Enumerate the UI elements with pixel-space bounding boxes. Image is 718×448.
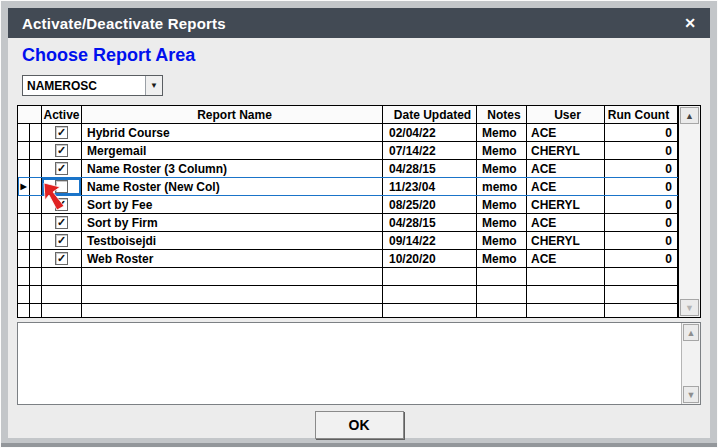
run-count-cell (605, 286, 678, 303)
empty-table-row[interactable] (18, 286, 700, 304)
row-indicator-cell (30, 304, 42, 318)
active-checkbox-unchecked[interactable] (55, 180, 68, 193)
user-cell: ACE (527, 214, 605, 231)
user-cell: ACE (527, 124, 605, 141)
user-cell (527, 286, 605, 303)
report-name-cell (82, 286, 383, 303)
screen: Activate/Deactivate Reports ✕ Choose Rep… (0, 0, 718, 448)
report-area-select[interactable]: NAMEROSC ▼ (22, 75, 163, 96)
row-selector-cell (18, 142, 30, 159)
window-title: Activate/Deactivate Reports (22, 15, 226, 32)
chevron-down-icon: ▼ (150, 81, 158, 90)
run-count-cell (605, 304, 678, 318)
close-button[interactable]: ✕ (684, 16, 696, 30)
row-indicator-cell (30, 142, 42, 159)
active-cell (42, 286, 82, 303)
active-cell: ✓ (42, 250, 82, 267)
notes-cell[interactable]: Memo (477, 142, 527, 159)
scroll-up-button[interactable]: ▲ (680, 107, 699, 124)
date-updated-cell (383, 268, 477, 285)
report-name-cell: Name Roster (3 Column) (82, 160, 383, 177)
grid-scrollbar[interactable]: ▲ ▼ (678, 106, 700, 317)
notes-cell[interactable]: Memo (477, 214, 527, 231)
report-name-cell: Sort by Fee (82, 196, 383, 213)
scroll-down-button[interactable]: ▼ (680, 299, 699, 316)
column-header-active: Active (42, 106, 82, 123)
row-indicator-cell (30, 160, 42, 177)
notes-cell[interactable]: Memo (477, 196, 527, 213)
run-count-cell: 0 (605, 160, 678, 177)
table-row[interactable]: ✓Name Roster (3 Column)04/28/15MemoACE0 (18, 160, 700, 178)
empty-table-row[interactable] (18, 304, 700, 318)
run-count-cell: 0 (605, 196, 678, 213)
table-row[interactable]: ✓Mergemail07/14/22MemoCHERYL0 (18, 142, 700, 160)
notes-cell (477, 304, 527, 318)
active-cell: ✓ (42, 214, 82, 231)
active-checkbox-checked[interactable]: ✓ (55, 162, 68, 175)
report-name-cell: Testboisejdi (82, 232, 383, 249)
notes-cell[interactable]: Memo (477, 250, 527, 267)
active-checkbox-checked[interactable]: ✓ (55, 252, 68, 265)
title-bar: Activate/Deactivate Reports ✕ (8, 8, 710, 38)
date-updated-cell (383, 304, 477, 318)
active-cell: ✓ (42, 196, 82, 213)
notes-cell[interactable]: Memo (477, 124, 527, 141)
table-row[interactable]: ✓Sort by Firm04/28/15MemoACE0 (18, 214, 700, 232)
reports-grid: Active Report Name Date Updated Notes Us… (17, 105, 701, 318)
active-checkbox-checked[interactable]: ✓ (55, 234, 68, 247)
active-checkbox-checked[interactable]: ✓ (55, 198, 68, 211)
user-cell: ACE (527, 250, 605, 267)
empty-table-row[interactable] (18, 268, 700, 286)
date-updated-cell: 02/04/22 (383, 124, 477, 141)
date-updated-cell (383, 286, 477, 303)
notes-cell[interactable]: Memo (477, 232, 527, 249)
report-area-value: NAMEROSC (23, 79, 145, 93)
memo-scrollbar[interactable]: ▲ ▼ (681, 323, 700, 404)
date-updated-cell: 07/14/22 (383, 142, 477, 159)
notes-cell (477, 286, 527, 303)
active-cell: ✓ (42, 124, 82, 141)
memo-scroll-up-button[interactable]: ▲ (683, 324, 699, 341)
active-checkbox-checked[interactable]: ✓ (55, 144, 68, 157)
row-selector-cell (18, 232, 30, 249)
column-header-run-count: Run Count (605, 106, 678, 123)
run-count-cell: 0 (605, 232, 678, 249)
run-count-cell: 0 (605, 214, 678, 231)
choose-report-area-heading: Choose Report Area (22, 45, 710, 66)
active-cell (42, 178, 82, 195)
report-name-cell: Hybrid Course (82, 124, 383, 141)
dialog-frame: Activate/Deactivate Reports ✕ Choose Rep… (1, 1, 717, 447)
dropdown-button[interactable]: ▼ (145, 76, 162, 95)
memo-scroll-down-icon: ▼ (687, 390, 696, 400)
report-name-cell: Web Roster (82, 250, 383, 267)
table-row[interactable]: ✓Sort by Fee08/25/20MemoCHERYL0 (18, 196, 700, 214)
active-cell (42, 304, 82, 318)
row-selector-cell (18, 196, 30, 213)
close-icon: ✕ (684, 15, 696, 31)
run-count-cell: 0 (605, 250, 678, 267)
footer: OK (8, 411, 710, 439)
notes-cell[interactable]: memo (477, 178, 527, 195)
activate-deactivate-reports-dialog: Activate/Deactivate Reports ✕ Choose Rep… (8, 8, 710, 438)
active-checkbox-checked[interactable]: ✓ (55, 216, 68, 229)
memo-box[interactable]: ▲ ▼ (17, 322, 701, 405)
notes-cell[interactable]: Memo (477, 160, 527, 177)
date-updated-cell: 11/23/04 (383, 178, 477, 195)
table-row[interactable]: ✓Web Roster10/20/20MemoACE0 (18, 250, 700, 268)
table-row[interactable]: ✓Hybrid Course02/04/22MemoACE0 (18, 124, 700, 142)
user-cell: CHERYL (527, 196, 605, 213)
column-header-selector (18, 106, 42, 123)
table-row[interactable]: ▶Name Roster (New Col)11/23/04memoACE0 (18, 178, 700, 196)
run-count-cell: 0 (605, 142, 678, 159)
active-checkbox-checked[interactable]: ✓ (55, 126, 68, 139)
table-row[interactable]: ✓Testboisejdi09/14/22MemoCHERYL0 (18, 232, 700, 250)
date-updated-cell: 10/20/20 (383, 250, 477, 267)
column-header-notes: Notes (477, 106, 527, 123)
active-cell: ✓ (42, 232, 82, 249)
user-cell: ACE (527, 178, 605, 195)
memo-scroll-down-button[interactable]: ▼ (683, 386, 699, 403)
date-updated-cell: 09/14/22 (383, 232, 477, 249)
user-cell: CHERYL (527, 142, 605, 159)
grid-header-row: Active Report Name Date Updated Notes Us… (18, 106, 700, 124)
ok-button[interactable]: OK (315, 411, 404, 439)
